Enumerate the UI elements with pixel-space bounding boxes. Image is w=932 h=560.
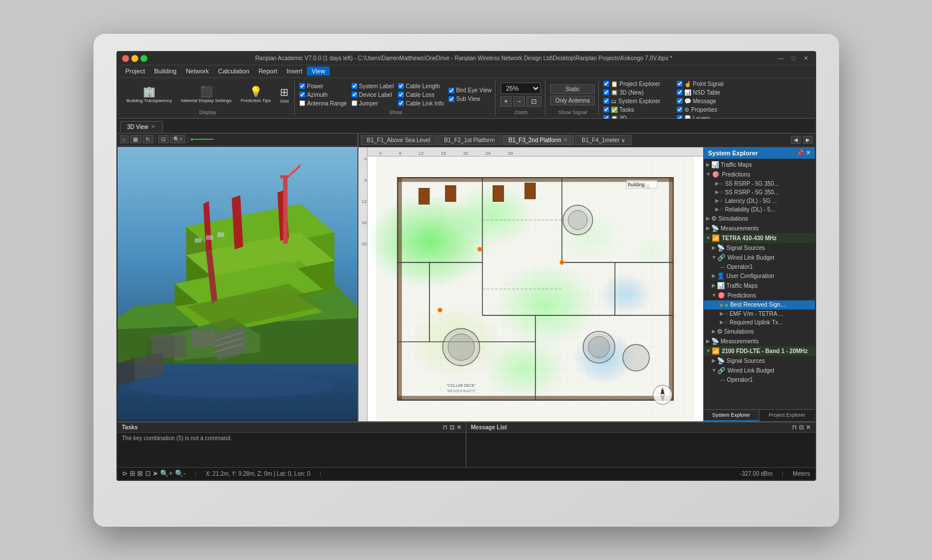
zoom-out-button[interactable]: − <box>513 96 525 107</box>
grid-button[interactable]: ⊞ Grid <box>276 82 292 107</box>
tree-arrow[interactable]: ▼ <box>706 348 711 354</box>
menu-view[interactable]: View <box>307 66 330 76</box>
tree-tetra[interactable]: ▼ 📶 TETRA 410-430 MHz <box>704 233 815 243</box>
plan-tab-2nd-platform[interactable]: B1_F3_2nd Platform ✕ <box>502 135 575 145</box>
cb-antenna-range[interactable]: Antenna Range <box>299 100 347 107</box>
building-transparency-button[interactable]: 🏢 Building Transparency <box>123 82 176 107</box>
zoom-select[interactable]: 10% 25% 50% 75% 100% <box>501 83 541 94</box>
cb-sub-view[interactable]: Sub View <box>449 96 492 102</box>
cb-point-signal[interactable]: ☝ Point Signal <box>677 81 746 87</box>
cb-jumper[interactable]: Jumper <box>352 100 394 107</box>
3d-zoom-fit[interactable]: ⊡ <box>158 135 169 143</box>
tab-system-explorer[interactable]: System Explorer <box>704 410 760 421</box>
tree-predictions-2[interactable]: ▼ 🎯 Predictions <box>704 291 815 300</box>
cb-cable-length[interactable]: Cable Length <box>398 83 444 89</box>
panel-pin[interactable]: 📌 <box>797 150 804 156</box>
tree-arrow[interactable]: ▶ <box>715 206 719 212</box>
tree-arrow[interactable]: ▶ <box>712 273 716 279</box>
plan-tab-above-sea[interactable]: B1_F1_Above Sea Level <box>361 135 437 145</box>
msg-float[interactable]: ⊡ <box>799 424 804 430</box>
3d-canvas[interactable] <box>118 146 357 421</box>
menu-building[interactable]: Building <box>150 66 181 76</box>
tree-predictions-1[interactable]: ▼ 🎯 Predictions <box>704 170 815 179</box>
plan-nav-left[interactable]: ◀ <box>791 136 801 144</box>
close-dot[interactable] <box>122 55 129 62</box>
material-display-button[interactable]: ⬛ Material Display Settings <box>178 82 235 107</box>
tree-simulations-2[interactable]: ▶ ⚙ Simulations <box>704 327 815 336</box>
plan-nav-right[interactable]: ▶ <box>803 136 813 144</box>
cb-cable-link-info[interactable]: Cable Link Info <box>398 100 444 107</box>
menu-report[interactable]: Report <box>254 66 282 76</box>
tree-arrow[interactable]: ▼ <box>706 171 711 177</box>
signal-antenna-button[interactable]: Only Antenna <box>550 96 595 105</box>
cb-azimuth[interactable]: Azimuth <box>299 92 347 98</box>
3d-rotate-btn[interactable]: ↻ <box>143 135 153 143</box>
tree-arrow[interactable]: ▶ <box>720 311 724 316</box>
minimize-dot[interactable] <box>131 55 138 62</box>
tree-arrow[interactable]: ▶ <box>715 189 719 195</box>
tree-user-config[interactable]: ▶ 👤 User Configuration <box>704 271 815 281</box>
menu-project[interactable]: Project <box>121 66 150 76</box>
tree-arrow[interactable]: ▶ <box>720 302 724 308</box>
signal-static-button[interactable]: Static <box>550 84 595 94</box>
tree-arrow[interactable]: ▶ <box>720 319 724 325</box>
tasks-close[interactable]: ✕ <box>457 424 461 430</box>
tree-arrow[interactable]: ▶ <box>712 245 716 250</box>
3d-view-btn[interactable]: ▦ <box>130 135 141 143</box>
plan-tab-2nd-close[interactable]: ✕ <box>563 137 568 143</box>
tree-traffic-maps-2[interactable]: ▶ 📊 Traffic Maps <box>704 281 815 291</box>
menu-network[interactable]: Network <box>181 66 213 76</box>
cb-system-explorer[interactable]: 🗂 System Explorer <box>603 98 672 104</box>
tree-arrow[interactable]: ▼ <box>712 254 717 260</box>
cb-project-explorer[interactable]: 📋 Project Explorer <box>603 81 672 87</box>
cb-tasks[interactable]: ✅ Tasks <box>603 107 672 113</box>
3d-home-button[interactable]: ⌂ <box>120 135 128 143</box>
3d-zoom-in[interactable]: 🔍+ <box>170 135 185 143</box>
cb-bird-eye[interactable]: Bird Eye View <box>449 87 492 93</box>
tree-arrow[interactable]: ▶ <box>712 328 716 334</box>
tasks-float[interactable]: ⊡ <box>450 424 454 430</box>
maximize-dot[interactable] <box>141 55 147 62</box>
panel-close[interactable]: ✕ <box>806 150 810 156</box>
tree-lte[interactable]: ▼ 📶 2100 FDD-LTE - Band 1 - 20MHz <box>704 346 815 356</box>
tree-operator1-2[interactable]: — Operator1 <box>704 375 815 384</box>
tree-signal-sources-2[interactable]: ▶ 📡 Signal Sources <box>704 356 815 366</box>
tree-operator1-1[interactable]: — Operator1 <box>704 263 815 271</box>
cb-system-label[interactable]: System Label <box>352 83 394 89</box>
tree-measurements-1[interactable]: ▶ 📡 Measurements <box>704 224 815 233</box>
tree-wired-link-2[interactable]: ▼ 🔗 Wired Link Budget <box>704 366 815 375</box>
prediction-tips-button[interactable]: 💡 Prediction Tips <box>237 82 274 107</box>
3d-view-tab-close[interactable]: ✕ <box>151 124 155 130</box>
tree-measurements-2[interactable]: ▶ 📡 Measurements <box>704 336 815 346</box>
tree-wired-link-1[interactable]: ▼ 🔗 Wired Link Budget <box>704 253 815 263</box>
zoom-in-button[interactable]: + <box>500 96 512 107</box>
3d-view-tab[interactable]: 3D View ✕ <box>120 121 163 133</box>
menu-calculation[interactable]: Calculation <box>213 66 254 76</box>
plan-tab-1st-platform[interactable]: B1_F2_1st Platform <box>438 135 501 145</box>
cb-properties[interactable]: ⚙ Properties <box>677 107 746 113</box>
tree-ss-rsrp-1[interactable]: ▶ ○ SS RSRP - 5G 350... <box>704 179 815 188</box>
plan-tab-1meter[interactable]: B1_F4_1meter ∨ <box>575 135 631 145</box>
tree-uplink[interactable]: ▶ ○ Required Uplink Tx... <box>704 318 815 327</box>
tree-container[interactable]: ▶ 📊 Traffic Maps ▼ 🎯 Predictions <box>704 159 815 409</box>
tab-project-explorer[interactable]: Project Explorer <box>759 410 815 421</box>
tree-arrow[interactable]: ▼ <box>706 235 711 241</box>
floor-plan[interactable]: 0481216202428 48121620 <box>358 147 703 421</box>
menu-insert[interactable]: Insert <box>282 66 307 76</box>
msg-dock[interactable]: ⊓ <box>792 424 797 430</box>
cb-nsd-table[interactable]: 📊 NSD Table <box>677 89 746 96</box>
cb-message[interactable]: 💬 Message <box>677 98 746 104</box>
msg-close[interactable]: ✕ <box>806 424 810 430</box>
tree-arrow[interactable]: ▶ <box>706 225 710 231</box>
tree-arrow[interactable]: ▶ <box>715 181 719 186</box>
tree-arrow[interactable]: ▶ <box>715 198 719 203</box>
cb-device-label[interactable]: Device Label <box>352 92 394 98</box>
tree-emf[interactable]: ▶ ○ EMF V/m - TETRA ... <box>704 310 815 318</box>
tree-best-received[interactable]: ▶ ● Best Received Sign... <box>704 300 815 310</box>
minimize-button[interactable]: — <box>775 55 786 61</box>
tree-arrow[interactable]: ▶ <box>706 216 710 221</box>
tree-traffic-maps-1[interactable]: ▶ 📊 Traffic Maps <box>704 160 815 170</box>
tree-arrow[interactable]: ▼ <box>712 292 717 298</box>
tree-arrow[interactable]: ▶ <box>712 283 716 288</box>
close-button[interactable]: ✕ <box>801 55 810 61</box>
